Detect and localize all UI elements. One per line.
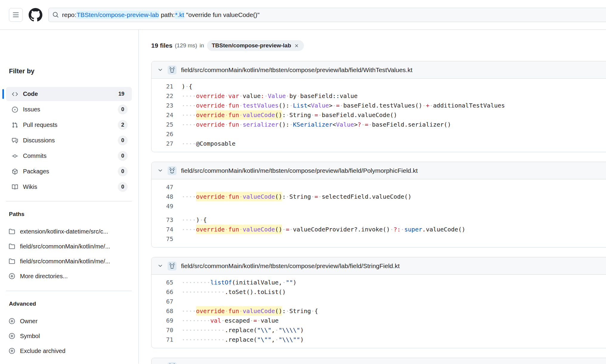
result-file-path[interactable]: field/src/commonMain/kotlin/me/tbsten/co…: [181, 167, 418, 174]
result-count-badge: 0: [118, 136, 128, 145]
collapse-toggle-button[interactable]: [157, 67, 163, 73]
paths-list: extension/kotlinx-datetime/src/c...field…: [6, 224, 132, 284]
filter-sidebar: Filter by Code19Issues0Pull requests2Dis…: [0, 30, 139, 364]
sidebar-item-packages[interactable]: Packages0: [6, 164, 132, 178]
git-commit-icon: [12, 153, 18, 159]
search-query-text: repo:TBSten/compose-preview-lab path:*.k…: [62, 11, 259, 18]
search-match-highlight: valueCode: [243, 110, 275, 120]
plus-circle-icon: [9, 333, 15, 339]
code-line-text: ····override·fun·serializer():·KSerializ…: [182, 120, 451, 129]
repo-avatar: [168, 66, 177, 74]
code-line: 27····@Composable: [152, 139, 606, 148]
sidebar-divider: [6, 291, 132, 291]
comment-discussion-icon: [12, 138, 18, 144]
list-item-label: Symbol: [20, 333, 40, 340]
collapse-toggle-button[interactable]: [157, 263, 163, 269]
code-line: 47: [152, 182, 606, 192]
search-query-segment: path:: [159, 11, 175, 18]
result-card: field/src/commonMain/kotlin/me/tbsten/co…: [151, 257, 606, 348]
path-item-more-directories[interactable]: More directories...: [6, 269, 132, 284]
result-file-path[interactable]: field/src/commonMain/kotlin/me/tbsten/co…: [181, 66, 412, 74]
code-line: 65········listOf(initialValue,·""): [152, 278, 606, 287]
sidebar-item-discussions[interactable]: Discussions0: [6, 133, 132, 147]
filter-by-heading: Filter by: [9, 67, 132, 75]
code-line: 70············.replace("\\",·"\\\\"): [152, 325, 606, 335]
filter-list: Code19Issues0Pull requests2Discussions0C…: [6, 87, 132, 194]
path-item-extension-kotlinx-datetime-src-c[interactable]: extension/kotlinx-datetime/src/c...: [6, 224, 132, 239]
advanced-item-symbol[interactable]: Symbol: [6, 329, 132, 343]
search-match-highlight: ·: [239, 192, 243, 201]
result-card: field/src/commonMain/kotlin/me/tbsten/co…: [151, 61, 606, 152]
sidebar-item-commits[interactable]: Commits0: [6, 149, 132, 163]
sidebar-item-label: Wikis: [23, 183, 37, 190]
search-match-highlight: override: [196, 110, 225, 120]
package-icon: [12, 169, 18, 175]
hamburger-menu-button[interactable]: [9, 8, 23, 22]
repo-avatar: [168, 362, 177, 364]
code-line-text: ········listOf(initialValue,·""): [182, 278, 296, 287]
line-number: 75: [152, 234, 173, 244]
line-number: 47: [152, 182, 173, 192]
code-line-text: ············.toSet().toList(): [182, 287, 286, 297]
code-line: 66············.toSet().toList(): [152, 287, 606, 297]
sidebar-item-label: Discussions: [23, 137, 55, 144]
result-card-header: field/src/commonMain/kotlin/me/tbsten/co…: [152, 61, 606, 79]
search-match-highlight: valueCode: [243, 192, 275, 201]
code-line-text: ····override·fun·valueCode():·String·=·b…: [182, 110, 397, 120]
line-number: 70: [152, 325, 173, 335]
line-number: 66: [152, 287, 173, 297]
close-icon[interactable]: [294, 43, 299, 48]
search-input[interactable]: repo:TBSten/compose-preview-lab path:*.k…: [48, 8, 606, 22]
code-line: 75: [152, 234, 606, 244]
list-item-label: Owner: [20, 318, 38, 325]
sidebar-item-code[interactable]: Code19: [6, 87, 132, 101]
search-match-highlight: ·: [225, 192, 228, 201]
list-item-label: More directories...: [20, 273, 68, 280]
sidebar-item-pull-requests[interactable]: Pull requests2: [6, 118, 132, 132]
code-line: 49: [152, 201, 606, 211]
search-match-highlight: fun: [228, 192, 239, 201]
code-line-text: ····override·fun·testValues():·List<Valu…: [182, 101, 505, 110]
sidebar-item-label: Issues: [23, 106, 40, 113]
search-match-highlight: ·: [239, 225, 243, 234]
sidebar-item-issues[interactable]: Issues0: [6, 102, 132, 116]
search-match-highlight: valueCode: [243, 225, 275, 234]
code-line-text: ············.replace("\"",·"\\\""): [182, 335, 304, 344]
line-number: 71: [152, 335, 173, 344]
result-file-path[interactable]: field/src/commonMain/kotlin/me/tbsten/co…: [181, 363, 369, 364]
advanced-item-exclude-archived[interactable]: Exclude archived: [6, 343, 132, 358]
sidebar-item-label: Commits: [23, 153, 47, 159]
line-number: 74: [152, 225, 173, 234]
sidebar-item-label: Code: [23, 91, 38, 97]
search-match-highlight: fun: [228, 225, 239, 234]
code-line-text: ····override·fun·valueCode()·=·valueCode…: [182, 225, 465, 234]
git-pull-request-icon: [12, 122, 18, 128]
line-number: 25: [152, 120, 173, 129]
sidebar-divider: [6, 201, 132, 201]
paths-heading: Paths: [9, 211, 132, 217]
code-line: 22····override·var·value:·Value·by·baseF…: [152, 91, 606, 101]
code-line-text: ········val·escaped·=·value: [182, 316, 279, 325]
search-match-highlight: override: [196, 306, 225, 316]
sidebar-item-wikis[interactable]: Wikis0: [6, 180, 132, 194]
sidebar-item-label: Pull requests: [23, 122, 58, 128]
repo-filter-token[interactable]: TBSten/compose-preview-lab: [207, 40, 304, 51]
search-match-highlight: ·: [225, 110, 228, 120]
search-match-highlight: fun: [228, 306, 239, 316]
advanced-item-owner[interactable]: Owner: [6, 314, 132, 329]
book-icon: [12, 184, 18, 190]
line-number: 21: [152, 82, 173, 91]
search-match-highlight: fun: [228, 110, 239, 120]
search-match-highlight: override: [196, 225, 225, 234]
result-file-path[interactable]: field/src/commonMain/kotlin/me/tbsten/co…: [181, 262, 400, 270]
code-line-text: )·{: [182, 82, 192, 91]
collapse-toggle-button[interactable]: [157, 168, 163, 173]
search-match-highlight: override: [196, 192, 225, 201]
search-match-highlight: valueCode: [243, 306, 275, 316]
list-item-label: field/src/commonMain/kotlin/me/...: [20, 243, 110, 250]
path-item-field-src-commonmain-kotlin-me[interactable]: field/src/commonMain/kotlin/me/...: [6, 239, 132, 254]
github-logo-icon[interactable]: [29, 8, 42, 22]
code-line: 74····override·fun·valueCode()·=·valueCo…: [152, 225, 606, 234]
results-count: 19 files: [151, 42, 172, 49]
path-item-field-src-commonmain-kotlin-me[interactable]: field/src/commonMain/kotlin/me/...: [6, 254, 132, 269]
